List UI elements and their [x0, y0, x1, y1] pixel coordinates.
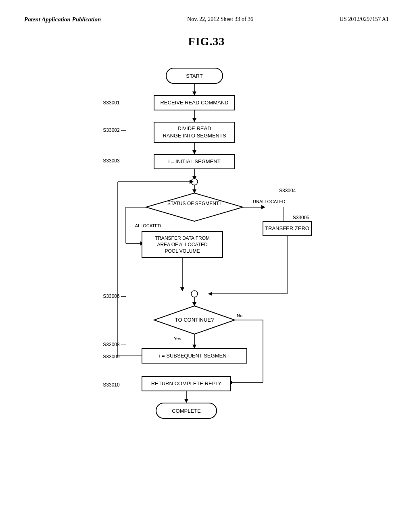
s33005-label: TRANSFER ZERO: [265, 225, 309, 231]
s33004-line1: STATUS OF SEGMENT i: [167, 201, 221, 206]
svg-marker-8: [192, 150, 196, 154]
s33008-step: S33008 —: [103, 342, 126, 347]
s33009-label: i = SUBSEQUENT SEGMENT: [159, 353, 230, 359]
s33001-label: RECEIVE READ COMMAND: [160, 100, 228, 106]
s33004-step: S33004: [279, 188, 296, 193]
svg-marker-15: [146, 193, 243, 221]
s33006-step: S33006 —: [103, 293, 126, 299]
s33006-line1: TRANSFER DATA FROM: [155, 235, 210, 241]
s33007-label: TO CONTINUE?: [175, 317, 214, 323]
unallocated-label: UNALLOCATED: [253, 199, 286, 204]
flowchart-container: START S33001 — RECEIVE READ COMMAND S330…: [86, 64, 327, 428]
s33002-step: S33002 —: [103, 127, 126, 133]
fig-title: FIG.33: [24, 35, 389, 48]
page: Patent Application Publication Nov. 22, …: [0, 0, 413, 532]
s33010-label: RETURN COMPLETE REPLY: [151, 380, 222, 387]
s33009-step: S33009 —: [103, 354, 126, 360]
svg-point-30: [191, 291, 198, 297]
header-center: Nov. 22, 2012 Sheet 33 of 36: [187, 16, 253, 23]
svg-marker-2: [192, 91, 196, 96]
svg-marker-22: [208, 292, 212, 296]
s33002-line2: RANGE INTO SEGMENTS: [163, 133, 226, 139]
s33010-step: S33010 —: [103, 382, 126, 388]
s33006-line3: POOL VOLUME: [165, 248, 200, 254]
s33006-line2: AREA OF ALLOCATED: [157, 242, 207, 247]
s33002-line1: DIVIDE READ: [177, 125, 211, 131]
yes-label: Yes: [174, 336, 181, 341]
page-header: Patent Application Publication Nov. 22, …: [24, 16, 389, 23]
no-label: No: [237, 313, 242, 318]
allocated-label: ALLOCATED: [135, 223, 161, 228]
start-label: START: [186, 73, 202, 79]
s33001-step: S33001 —: [103, 100, 126, 106]
svg-marker-47: [184, 399, 188, 403]
svg-marker-5: [192, 118, 196, 122]
svg-marker-29: [180, 287, 184, 291]
svg-marker-17: [261, 205, 265, 209]
complete-label: COMPLETE: [172, 408, 201, 414]
s33003-step: S33003 —: [103, 158, 126, 164]
s33005-step: S33005: [293, 215, 310, 220]
header-right: US 2012/0297157 A1: [340, 16, 389, 23]
flowchart-svg: START S33001 — RECEIVE READ COMMAND S330…: [86, 64, 327, 427]
s33003-label: i = INITIAL SEGMENT: [168, 158, 220, 164]
header-left: Patent Application Publication: [24, 16, 101, 23]
svg-marker-39: [192, 345, 196, 349]
